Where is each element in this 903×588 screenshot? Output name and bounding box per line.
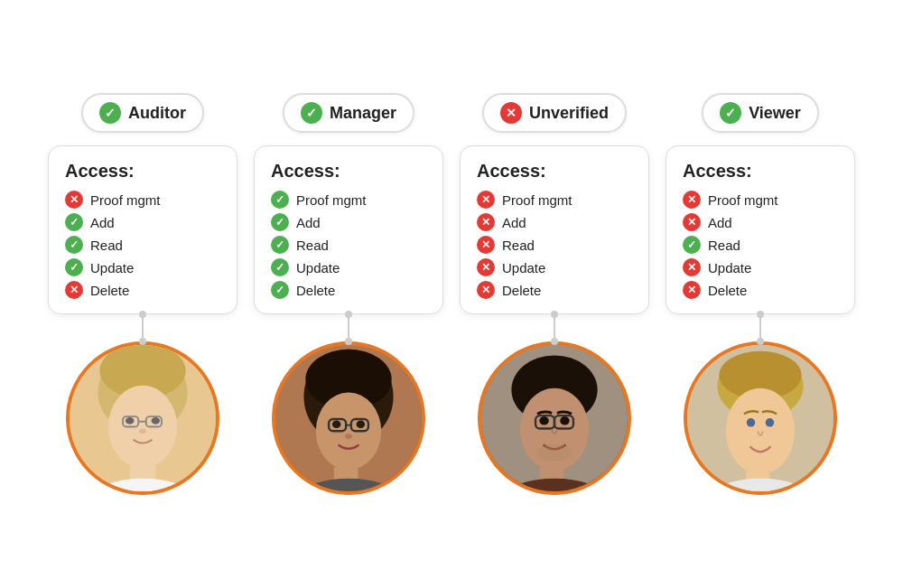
deny-icon: ✕ (683, 213, 701, 231)
access-item-label: Read (708, 238, 740, 253)
unverified-icon: ✕ (500, 102, 522, 124)
role-badge-manager: ✓Manager (283, 93, 414, 133)
column-viewer: ✓ViewerAccess:✕Proof mgmt✕Add✓Read✕Updat… (666, 93, 855, 495)
role-badge-unverified: ✕Unverified (482, 93, 627, 133)
access-card-manager: Access:✓Proof mgmt✓Add✓Read✓Update✓Delet… (254, 145, 443, 314)
column-unverified: ✕UnverifiedAccess:✕Proof mgmt✕Add✕Read✕U… (460, 93, 649, 495)
access-item-label: Delete (708, 283, 747, 298)
svg-point-32 (537, 444, 572, 462)
avatar-viewer (684, 341, 837, 495)
access-item-label: Update (296, 260, 340, 275)
access-item-proof-mgmt: ✕Proof mgmt (65, 191, 220, 209)
access-title: Access: (477, 161, 632, 182)
deny-icon: ✕ (477, 236, 495, 254)
access-item-update: ✓Update (271, 258, 426, 276)
deny-icon: ✕ (477, 191, 495, 209)
connector-line (554, 314, 555, 341)
access-item-read: ✓Read (271, 236, 426, 254)
access-item-read: ✕Read (477, 236, 632, 254)
access-item-read: ✓Read (683, 236, 838, 254)
allow-icon: ✓ (271, 191, 289, 209)
access-item-delete: ✕Delete (683, 281, 838, 299)
access-item-label: Add (502, 215, 526, 230)
svg-point-28 (560, 416, 569, 425)
access-item-add: ✓Add (271, 213, 426, 231)
access-item-delete: ✓Delete (271, 281, 426, 299)
svg-point-40 (766, 418, 775, 427)
access-item-label: Update (502, 260, 545, 275)
column-manager: ✓ManagerAccess:✓Proof mgmt✓Add✓Read✓Upda… (254, 93, 443, 495)
access-item-delete: ✕Delete (65, 281, 220, 299)
allow-icon: ✓ (683, 236, 701, 254)
svg-point-38 (726, 388, 795, 474)
connector-line (348, 314, 349, 341)
access-item-add: ✕Add (683, 213, 838, 231)
access-item-label: Delete (90, 283, 129, 298)
access-item-update: ✕Update (683, 258, 838, 276)
access-item-add: ✕Add (477, 213, 632, 231)
avatar-manager (272, 341, 425, 495)
access-item-add: ✓Add (65, 213, 220, 231)
access-item-label: Proof mgmt (90, 192, 161, 208)
svg-point-21 (345, 434, 352, 439)
roles-diagram: ✓AuditorAccess:✕Proof mgmt✓Add✓Read✓Upda… (21, 75, 882, 513)
access-item-proof-mgmt: ✕Proof mgmt (683, 191, 838, 209)
access-item-proof-mgmt: ✓Proof mgmt (271, 191, 426, 209)
role-badge-viewer: ✓Viewer (702, 93, 819, 133)
allow-icon: ✓ (65, 258, 83, 276)
access-item-label: Read (502, 238, 535, 253)
verified-icon: ✓ (720, 102, 741, 124)
deny-icon: ✕ (477, 281, 495, 299)
access-item-label: Proof mgmt (502, 192, 573, 208)
verified-icon: ✓ (301, 102, 322, 124)
role-label-auditor: Auditor (128, 104, 186, 123)
access-item-label: Add (708, 215, 732, 230)
svg-point-17 (357, 420, 366, 428)
svg-point-15 (316, 392, 381, 470)
role-label-unverified: Unverified (529, 104, 609, 123)
deny-icon: ✕ (683, 258, 701, 276)
connector-line (759, 314, 761, 341)
access-item-delete: ✕Delete (477, 281, 632, 299)
access-title: Access: (271, 161, 426, 182)
access-item-update: ✓Update (65, 258, 220, 276)
svg-point-9 (139, 428, 146, 434)
role-label-viewer: Viewer (749, 104, 801, 123)
verified-icon: ✓ (99, 102, 121, 124)
access-item-label: Update (708, 260, 751, 275)
allow-icon: ✓ (271, 236, 289, 254)
svg-point-39 (747, 418, 756, 427)
allow-icon: ✓ (271, 213, 289, 231)
access-item-label: Delete (502, 283, 541, 298)
allow-icon: ✓ (65, 213, 83, 231)
deny-icon: ✕ (65, 191, 83, 209)
svg-point-4 (126, 417, 135, 425)
allow-icon: ✓ (271, 258, 289, 276)
connector-line (142, 314, 144, 341)
access-item-proof-mgmt: ✕Proof mgmt (477, 191, 632, 209)
allow-icon: ✓ (65, 236, 83, 254)
role-label-manager: Manager (330, 104, 396, 123)
role-badge-auditor: ✓Auditor (81, 93, 204, 133)
access-item-label: Add (90, 215, 115, 230)
access-item-label: Read (90, 238, 123, 253)
access-item-label: Read (296, 238, 329, 253)
access-card-unverified: Access:✕Proof mgmt✕Add✕Read✕Update✕Delet… (460, 145, 649, 314)
access-item-label: Proof mgmt (296, 192, 367, 208)
access-title: Access: (65, 161, 220, 182)
access-item-update: ✕Update (477, 258, 632, 276)
avatar-auditor (66, 341, 219, 495)
deny-icon: ✕ (683, 191, 701, 209)
svg-point-27 (539, 416, 548, 425)
access-item-label: Proof mgmt (708, 192, 778, 208)
column-auditor: ✓AuditorAccess:✕Proof mgmt✓Add✓Read✓Upda… (48, 93, 237, 495)
access-item-read: ✓Read (65, 236, 220, 254)
access-item-label: Add (296, 215, 321, 230)
svg-point-5 (152, 417, 161, 425)
allow-icon: ✓ (271, 281, 289, 299)
svg-point-16 (332, 420, 341, 428)
access-item-label: Delete (296, 283, 335, 298)
deny-icon: ✕ (65, 281, 83, 299)
access-card-viewer: Access:✕Proof mgmt✕Add✓Read✕Update✕Delet… (666, 145, 855, 314)
deny-icon: ✕ (477, 258, 495, 276)
